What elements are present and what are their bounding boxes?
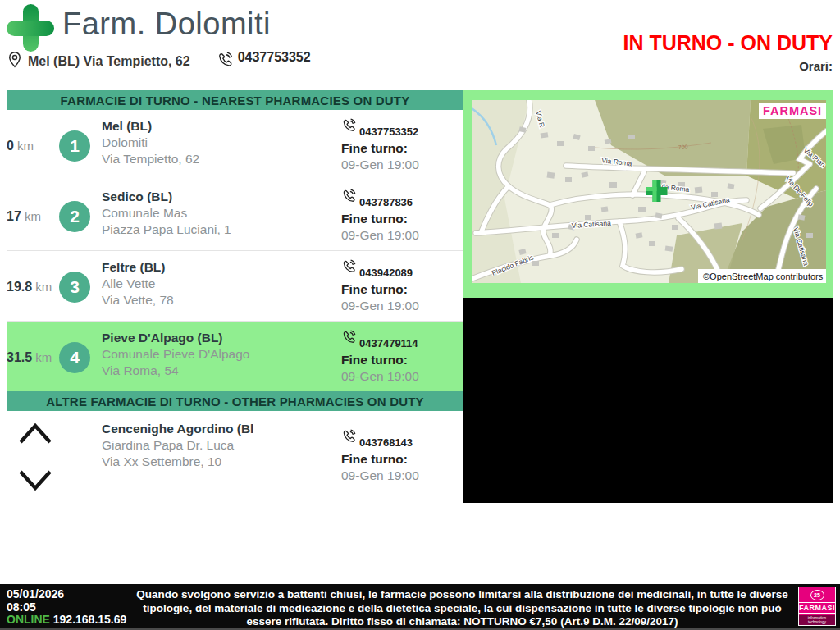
end-shift-label: Fine turno: [341, 451, 463, 468]
end-shift-time: 09-Gen 19:00 [341, 298, 463, 314]
phone-icon [217, 52, 233, 71]
pharmacy-row-4-selected[interactable]: 31.5 km 4 Pieve D'Alpago (BL) Comunale P… [7, 322, 463, 391]
map-panel: 700 Via R Via Roma Via Roma Via Pian Via… [463, 90, 833, 298]
pharmacy-street: Via Roma, 54 [102, 363, 334, 379]
pharmacy-name: Comunale Pieve D'Alpago [102, 346, 334, 363]
phone-icon [341, 189, 356, 208]
pharmacy-cross-logo [7, 4, 54, 52]
footer-bar: 05/01/2026 08:05 ONLINE 192.168.15.69 Qu… [0, 584, 840, 630]
contour-label: 700 [678, 144, 688, 150]
pharmacy-city: Cencenighe Agordino (Bl [102, 421, 334, 437]
distance-value: 19.8 km [7, 280, 54, 294]
header-phone: 0437753352 [217, 52, 311, 71]
pharmacy-street: Via Vette, 78 [102, 292, 334, 308]
pharmacy-name: Dolomiti [102, 135, 334, 151]
other-section-header: ALTRE FARMACIE DI TURNO - OTHER PHARMACI… [7, 391, 463, 411]
row-phone: 043942089 [359, 265, 413, 281]
row-phone: 0437479114 [359, 336, 418, 352]
pharmacy-street: Via Xx Settembre, 10 [102, 454, 334, 470]
svg-text:©OpenStreetMap contributors: ©OpenStreetMap contributors [703, 272, 824, 281]
pharmacy-city: Pieve D'Alpago (BL) [102, 330, 334, 346]
svg-text:FARMASI: FARMASI [763, 104, 822, 117]
footer-date: 05/01/2026 [7, 588, 126, 601]
pharmacy-city: Mel (BL) [102, 118, 334, 135]
end-shift-label: Fine turno: [341, 211, 463, 227]
end-shift-time: 09-Gen 19:00 [341, 468, 463, 484]
street-map: 700 Via R Via Roma Via Roma Via Pian Via… [472, 100, 826, 283]
pharmacy-row-2[interactable]: 17 km 2 Sedico (BL) Comunale Mas Piazza … [7, 180, 463, 251]
pharmacy-row-3[interactable]: 19.8 km 3 Feltre (BL) Alle Vette Via Vet… [7, 251, 463, 322]
ip-address: 192.168.15.69 [53, 613, 127, 626]
end-shift-time: 09-Gen 19:00 [341, 157, 463, 173]
farmasi-logo: 25 FARMASI information technology [798, 587, 836, 626]
anniversary-badge: 25 [810, 590, 824, 600]
row-phone: 0437753352 [359, 124, 418, 140]
scroll-down-icon[interactable] [16, 468, 54, 496]
other-pharmacy-row[interactable]: Cencenighe Agordino (Bl Giardina Papa Dr… [7, 411, 463, 506]
pharmacy-address: Mel (BL) Via Tempietto, 62 [28, 54, 190, 69]
online-status: ONLINE [7, 613, 50, 626]
footer-notice: Quando svolgono servizio a battenti chiu… [135, 588, 789, 629]
farmasi-brand-text: FARMASI [799, 602, 835, 614]
phone-icon [341, 429, 356, 448]
end-shift-label: Fine turno: [341, 140, 463, 157]
pharmacy-city: Feltre (BL) [102, 259, 334, 276]
pharmacy-street: Piazza Papa Luciani, 1 [102, 221, 334, 238]
row-phone: 043768143 [359, 435, 413, 451]
row-phone: 043787836 [359, 194, 413, 211]
map-attribution: ©OpenStreetMap contributors [698, 269, 826, 283]
pharmacy-street: Via Tempietto, 62 [102, 151, 334, 167]
footer-time: 08:05 [7, 601, 126, 614]
hours-label: Orari: [799, 59, 833, 73]
rank-badge: 2 [59, 201, 90, 232]
phone-icon [341, 330, 356, 349]
phone-icon [341, 259, 356, 278]
rank-badge: 1 [59, 130, 90, 162]
phone-icon [341, 118, 356, 137]
distance-value: 31.5 km [7, 350, 54, 365]
scroll-up-icon[interactable] [16, 421, 54, 449]
map-watermark: FARMASI [759, 103, 826, 119]
location-pin-icon [7, 51, 23, 72]
footer-status-block: 05/01/2026 08:05 ONLINE 192.168.15.69 [7, 588, 126, 627]
pharmacy-row-1[interactable]: 0 km 1 Mel (BL) Dolomiti Via Tempietto, … [7, 110, 463, 180]
pharmacy-phone: 0437753352 [238, 50, 311, 65]
page-title: Farm. Dolomiti [62, 7, 271, 42]
rank-badge: 3 [59, 272, 90, 303]
distance-value: 0 km [7, 139, 54, 153]
pharmacy-city: Sedico (BL) [102, 189, 334, 205]
end-shift-time: 09-Gen 19:00 [341, 368, 463, 385]
end-shift-label: Fine turno: [341, 281, 463, 298]
farmasi-tagline: information technology [799, 615, 835, 625]
end-shift-label: Fine turno: [341, 352, 463, 368]
header-address-row: Mel (BL) Via Tempietto, 62 0437753352 [7, 51, 311, 72]
end-shift-time: 09-Gen 19:00 [341, 227, 463, 244]
pharmacy-name: Alle Vette [102, 276, 334, 292]
black-media-panel [463, 298, 833, 503]
distance-value: 17 km [7, 209, 54, 224]
pharmacy-name: Comunale Mas [102, 205, 334, 221]
pharmacy-list-panel: FARMACIE DI TURNO - NEAREST PHARMACIES O… [7, 90, 463, 506]
nearest-section-header: FARMACIE DI TURNO - NEAREST PHARMACIES O… [7, 90, 463, 110]
duty-status: IN TURNO - ON DUTY [623, 31, 833, 55]
pharmacy-name: Giardina Papa Dr. Luca [102, 437, 334, 454]
rank-badge: 4 [59, 342, 90, 373]
